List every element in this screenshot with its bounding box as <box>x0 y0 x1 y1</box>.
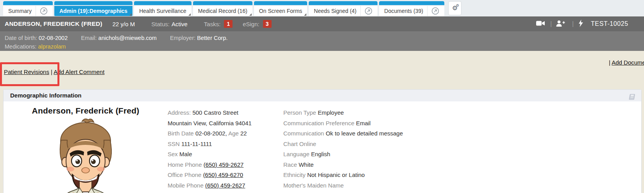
patient-name: ANDERSON, FREDERICK (FRED) <box>5 20 102 27</box>
tab-accent-strip <box>54 1 132 5</box>
chart-online-row: Chart Online <box>283 139 403 150</box>
tasks-count-badge[interactable]: 1 <box>224 20 233 28</box>
person-add-icon[interactable] <box>556 20 565 28</box>
medications-label: Medications: <box>5 43 36 50</box>
tab-documents[interactable]: Documents (39) <box>379 1 444 16</box>
demographics-right-column: Person Type Employee Communication Prefe… <box>283 108 403 191</box>
patient-bar-actions: | | TEST-10025 <box>536 16 644 31</box>
tab-admin-label: Admin (19):Demographics <box>59 8 127 14</box>
sex-row: Sex Male <box>168 149 252 160</box>
tab-accent-strip <box>254 1 307 5</box>
employer-label: Employer: <box>170 35 195 41</box>
esign-count-badge[interactable]: 3 <box>263 20 272 28</box>
add-document-row: | Add Document <box>609 59 644 66</box>
divider: | <box>550 20 552 27</box>
mobile-phone-link[interactable]: (650) 459-2627 <box>205 182 245 189</box>
gear-icon: ⚙ <box>456 4 459 7</box>
tab-bar: Summary Admin (19):Demographics Health S… <box>0 0 644 16</box>
dob-value: 02-08-2002 <box>39 35 68 41</box>
patient-identity-column: Anderson, Frederick (Fred) <box>4 106 168 193</box>
dropdown-fold-icon[interactable] <box>249 13 252 16</box>
tab-accent-strip <box>134 1 191 5</box>
add-alert-comment-link[interactable]: Add Alert Comment <box>54 69 104 75</box>
dropdown-fold-icon[interactable] <box>129 13 132 16</box>
info-line-2: Medications: alprazolam <box>5 42 639 51</box>
dropdown-fold-icon[interactable] <box>304 13 306 16</box>
race-row: Race White <box>283 160 403 170</box>
open-in-new-icon[interactable] <box>427 6 439 16</box>
tab-on-screen-forms-label: On Screen Forms <box>259 8 302 14</box>
tab-needs-signed-label: Needs Signed (4) <box>314 8 356 14</box>
tasks-label: Tasks: <box>204 21 221 27</box>
add-document-link[interactable]: Add Document <box>612 59 644 66</box>
language-row: Language English <box>283 149 403 160</box>
address-row: Address: 500 Castro Street <box>168 108 252 118</box>
tab-needs-signed[interactable]: Needs Signed (4) <box>309 1 377 16</box>
email-value: anichols@mieweb.com <box>98 35 157 41</box>
mothers-maiden-name-row: Mother's Maiden Name <box>283 180 403 191</box>
office-phone-row: Office Phone (650) 459-6270 <box>168 170 252 180</box>
birth-date-row: Birth Date 02-08-2002, Age 22 <box>168 128 252 139</box>
patient-action-links: Patient Revisions | Add Alert Comment <box>4 69 104 75</box>
demographic-panel: Demographic Information Anderson, Freder… <box>3 89 642 193</box>
communication-row: Communication Ok to leave detailed messa… <box>283 128 403 139</box>
book-icon[interactable] <box>628 92 636 104</box>
patient-display-name: Anderson, Frederick (Fred) <box>4 106 168 115</box>
tab-accent-strip <box>379 1 444 5</box>
info-line-1: Date of birth: 02-08-2002 Email: anichol… <box>5 34 639 42</box>
employer-value: Better Corp. <box>197 35 227 41</box>
home-phone-link[interactable]: (650) 459-2627 <box>204 161 244 168</box>
patient-avatar <box>51 117 120 193</box>
patient-header-bar: ANDERSON, FREDERICK (FRED) 22 y/o M Stat… <box>0 16 644 31</box>
office-phone-link[interactable]: (650) 459-6270 <box>203 171 243 178</box>
tab-admin-demographics[interactable]: Admin (19):Demographics <box>54 1 132 16</box>
panel-title: Demographic Information <box>10 92 82 99</box>
demographics-mid-column: Address: 500 Castro Street Mountain View… <box>168 108 252 193</box>
tab-accent-strip <box>309 1 377 5</box>
person-type-row: Person Type Employee <box>283 108 403 118</box>
tab-health-surveillance[interactable]: Health Surveillance <box>134 1 191 16</box>
tab-accent-strip <box>3 1 53 5</box>
esign-label: eSign: <box>243 21 259 27</box>
open-in-new-icon[interactable] <box>360 6 372 16</box>
dropdown-fold-icon[interactable] <box>188 13 191 16</box>
communication-preference-row: Communication Preference Email <box>283 118 403 129</box>
medications-value[interactable]: alprazolam <box>38 43 66 50</box>
patient-revisions-link[interactable]: Patient Revisions <box>4 69 49 75</box>
tab-documents-label: Documents (39) <box>384 8 423 14</box>
tab-health-surveillance-label: Health Surveillance <box>139 8 186 14</box>
status-label: Status: <box>151 21 170 27</box>
tab-medical-record-label: Medical Record (16) <box>198 8 247 14</box>
tab-summary[interactable]: Summary <box>3 1 53 16</box>
lightning-icon[interactable] <box>578 20 583 28</box>
email-row: Email anichols@mieweb.com <box>168 191 252 193</box>
tab-on-screen-forms[interactable]: On Screen Forms <box>254 1 307 16</box>
open-in-new-icon[interactable] <box>36 6 48 16</box>
chart-id: TEST-10025 <box>591 20 628 27</box>
panel-header: Demographic Information <box>4 90 641 101</box>
patient-age-sex: 22 y/o M <box>113 21 135 27</box>
tab-summary-label: Summary <box>8 8 32 14</box>
divider: | <box>572 20 574 27</box>
pipe-separator: | <box>609 59 610 66</box>
settings-button[interactable]: ⚙ ⚙ <box>448 1 462 15</box>
ssn-row: SSN 111-11-1111 <box>168 139 252 150</box>
video-camera-icon[interactable] <box>536 21 545 27</box>
email-label: Email: <box>81 35 97 41</box>
mobile-phone-row: Mobile Phone (650) 459-2627 <box>168 180 252 191</box>
address-row-line2: Mountain View, California 94041 <box>168 118 252 129</box>
status-value: Active <box>172 21 188 27</box>
tab-medical-record[interactable]: Medical Record (16) <box>193 1 252 16</box>
ethnicity-row: Ethnicity Not Hispanic or Latino <box>283 170 403 180</box>
patient-info-bar: Date of birth: 02-08-2002 Email: anichol… <box>0 31 644 51</box>
dob-label: Date of birth: <box>5 35 37 41</box>
home-phone-row: Home Phone (650) 459-2627 <box>168 160 252 170</box>
tab-accent-strip <box>193 1 252 5</box>
